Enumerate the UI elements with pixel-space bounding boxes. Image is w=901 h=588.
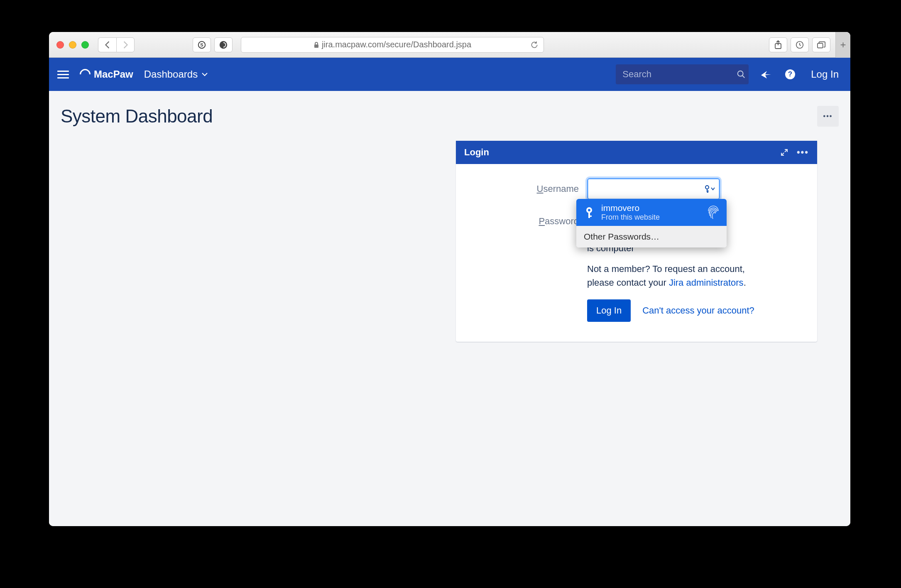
autofill-dropdown: immovero From this website xyxy=(576,199,727,247)
username-input-wrap xyxy=(587,178,720,200)
svg-point-10 xyxy=(705,186,709,189)
page-actions-button[interactable]: ••• xyxy=(817,106,839,127)
username-row: Username xyxy=(471,178,802,200)
history-button[interactable] xyxy=(791,37,809,52)
not-member-text: Not a member? To request an account, ple… xyxy=(587,262,802,289)
autofill-username: immovero xyxy=(601,203,660,213)
share-button[interactable] xyxy=(769,37,787,52)
address-bar[interactable]: jira.macpaw.com/secure/Dashboard.jspa xyxy=(241,37,544,53)
svg-rect-14 xyxy=(588,216,592,217)
keychain-picker-icon[interactable] xyxy=(704,185,715,193)
chevron-down-icon xyxy=(202,72,208,76)
username-input[interactable] xyxy=(587,178,720,200)
login-link[interactable]: Log In xyxy=(811,69,839,80)
svg-point-7 xyxy=(738,71,743,76)
jira-topnav: MacPaw Dashboards ? Log In xyxy=(49,58,850,91)
login-button[interactable]: Log In xyxy=(587,299,631,322)
password-label: Password xyxy=(471,216,579,227)
extension-button-2[interactable] xyxy=(214,37,233,52)
reload-icon[interactable] xyxy=(530,41,539,49)
svg-text:?: ? xyxy=(788,70,792,78)
app-switcher-button[interactable] xyxy=(57,71,69,78)
back-button[interactable] xyxy=(98,37,116,52)
gadget-body: Username Password xyxy=(456,164,817,342)
jira-administrators-link[interactable]: Jira administrators xyxy=(669,277,744,288)
maximize-window-button[interactable] xyxy=(81,41,89,49)
page-header: System Dashboard ••• xyxy=(61,106,839,127)
browser-right-tools: + xyxy=(769,36,846,54)
browser-toolbar: S jira.macpaw.com/secure/Dashboard.jspa xyxy=(49,32,850,58)
autofill-other-passwords[interactable]: Other Passwords… xyxy=(576,226,727,247)
brand-logo[interactable]: MacPaw xyxy=(80,69,133,80)
brand-text: MacPaw xyxy=(94,69,133,80)
search-input[interactable] xyxy=(622,69,737,80)
feedback-button[interactable] xyxy=(759,69,773,79)
expand-icon[interactable] xyxy=(780,148,788,157)
safari-window: S jira.macpaw.com/secure/Dashboard.jspa xyxy=(49,32,850,526)
page-body: System Dashboard ••• Login ••• Username xyxy=(49,91,850,526)
username-label: Username xyxy=(471,184,579,194)
svg-rect-13 xyxy=(588,212,590,218)
key-icon xyxy=(583,206,595,219)
svg-point-12 xyxy=(588,209,590,211)
page-title: System Dashboard xyxy=(61,106,213,127)
nav-button-group xyxy=(98,37,135,52)
svg-rect-3 xyxy=(314,44,318,48)
extension-buttons: S xyxy=(193,37,233,52)
search-icon xyxy=(737,70,746,79)
dashboards-label: Dashboards xyxy=(144,69,198,80)
svg-rect-6 xyxy=(818,43,823,48)
gadget-header: Login ••• xyxy=(456,141,817,164)
svg-text:S: S xyxy=(200,42,203,47)
touchid-icon[interactable] xyxy=(707,205,720,220)
help-button[interactable]: ? xyxy=(783,69,797,80)
lock-icon xyxy=(313,42,319,48)
gadget-title: Login xyxy=(464,147,489,158)
extension-button-1[interactable]: S xyxy=(193,37,211,52)
tabs-button[interactable] xyxy=(812,37,830,52)
window-controls xyxy=(56,41,89,49)
login-gadget: Login ••• Username xyxy=(456,141,817,342)
gadget-menu-button[interactable]: ••• xyxy=(797,147,809,158)
minimize-window-button[interactable] xyxy=(69,41,76,49)
action-row: Log In Can't access your account? xyxy=(587,299,802,322)
new-tab-button[interactable]: + xyxy=(835,32,850,58)
form-right-column: is computer Not a member? To request an … xyxy=(587,243,802,322)
logo-icon xyxy=(78,67,93,82)
autofill-subtitle: From this website xyxy=(601,213,660,222)
dashboards-menu[interactable]: Dashboards xyxy=(144,69,208,80)
forward-button[interactable] xyxy=(116,37,135,52)
close-window-button[interactable] xyxy=(56,41,64,49)
autofill-suggestion[interactable]: immovero From this website xyxy=(576,199,727,226)
search-box[interactable] xyxy=(616,64,749,84)
cant-access-link[interactable]: Can't access your account? xyxy=(642,305,754,316)
url-text: jira.macpaw.com/secure/Dashboard.jspa xyxy=(322,40,471,49)
